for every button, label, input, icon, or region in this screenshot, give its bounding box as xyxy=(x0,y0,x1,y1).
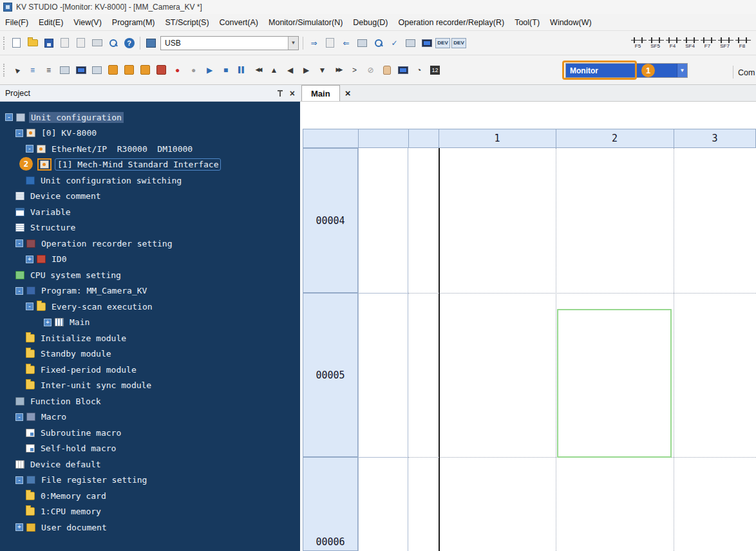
mnemonic-list-button[interactable]: ≡ xyxy=(41,63,56,77)
pause-button[interactable]: ▌▌ xyxy=(234,63,249,77)
monitor-window-button[interactable] xyxy=(395,63,410,77)
tree-item-initialize-module[interactable]: Initialize module xyxy=(0,330,300,346)
record-stop-button[interactable]: ● xyxy=(186,63,201,77)
tab-main[interactable]: Main xyxy=(301,85,340,101)
simulator-button[interactable] xyxy=(419,36,434,50)
skip-to-end-button[interactable]: ▶▶ xyxy=(331,63,346,77)
step-down-button[interactable]: ▼ xyxy=(315,63,330,77)
stop-button[interactable]: ■ xyxy=(218,63,233,77)
contact-f5-button[interactable]: F5 xyxy=(630,34,646,52)
rung-number-00004[interactable]: 00004 xyxy=(303,148,358,293)
tree-item-ethernet-ip[interactable]: - EtherNet/IP R30000 DM10000 xyxy=(0,141,300,157)
contact-sf4-button[interactable]: SF4 xyxy=(682,34,698,52)
record-button[interactable]: ● xyxy=(170,63,185,77)
menu-item-operation-recorder[interactable]: Operation recorder/Replay(R) xyxy=(393,18,510,27)
disable-button[interactable]: ⊘ xyxy=(363,63,378,77)
rung-number-00005[interactable]: 00005 xyxy=(303,293,358,457)
tree-item-device-comment[interactable]: Device comment xyxy=(0,189,300,205)
skip-to-start-button[interactable]: ◀◀ xyxy=(250,63,265,77)
dev-monitor-button-2[interactable]: DEV xyxy=(451,36,466,50)
coil-f7-button[interactable]: F7 xyxy=(699,34,715,52)
library-button[interactable] xyxy=(144,36,158,50)
open-project-button[interactable] xyxy=(25,36,40,50)
instruction-list-button[interactable]: ≡ xyxy=(25,63,40,77)
tree-item-id0[interactable]: + ID0 xyxy=(0,252,300,268)
verify-button[interactable] xyxy=(355,36,370,50)
rung-number-00006[interactable]: 00006 xyxy=(303,457,358,551)
tree-item-main[interactable]: + Main xyxy=(0,315,300,331)
pin-icon[interactable] xyxy=(277,89,283,97)
tree-item-cpu-system-setting[interactable]: CPU system setting xyxy=(0,267,300,283)
menu-item-window[interactable]: Window(W) xyxy=(545,18,597,27)
select-mode-button[interactable]: ▲ xyxy=(9,63,24,77)
menu-item-edit[interactable]: Edit(E) xyxy=(33,18,68,27)
menu-item-view[interactable]: View(V) xyxy=(68,18,107,27)
expand-marker[interactable]: + xyxy=(15,523,23,531)
close-tab-button[interactable]: × xyxy=(340,85,356,101)
expand-marker[interactable]: + xyxy=(44,319,52,326)
replay-button[interactable] xyxy=(122,63,137,77)
tree-item-memory-card[interactable]: 0:Memory card xyxy=(0,488,300,504)
tree-item-standby-module[interactable]: Standby module xyxy=(0,346,300,362)
tree-item-structure[interactable]: Structure xyxy=(0,220,300,236)
toolbar-grip[interactable] xyxy=(3,64,6,77)
tree-item-user-document[interactable]: + User document xyxy=(0,519,300,536)
tree-item-cpu-memory[interactable]: 1:CPU memory xyxy=(0,504,300,520)
print-preview-button[interactable] xyxy=(73,36,88,50)
menu-item-st-script[interactable]: ST/Script(S) xyxy=(160,18,214,27)
tree-item-device-default[interactable]: Device default xyxy=(0,456,300,472)
new-file-button[interactable] xyxy=(9,36,24,50)
tree-item-unit-config-switching[interactable]: Unit configuration switching xyxy=(0,173,300,189)
ladder-editor[interactable]: 1 2 3 00004 00005 00006 xyxy=(300,102,756,551)
connection-combo[interactable]: USB ▼ xyxy=(160,36,299,50)
collapse-marker[interactable]: - xyxy=(15,239,23,247)
search-button[interactable] xyxy=(106,36,120,50)
watch-window-button[interactable] xyxy=(90,63,104,77)
read-from-plc-button[interactable]: ⇐ xyxy=(339,36,354,50)
help-button[interactable]: ? xyxy=(122,36,137,50)
coil-sf7-button[interactable]: SF7 xyxy=(717,34,733,52)
contact-f4-button[interactable]: F4 xyxy=(665,34,681,52)
tree-item-fixed-period-module[interactable]: Fixed-period module xyxy=(0,362,300,378)
step-run-button[interactable]: > xyxy=(347,63,362,77)
toolbar-grip[interactable] xyxy=(3,37,6,50)
menu-item-debug[interactable]: Debug(D) xyxy=(348,18,393,27)
menu-item-tool[interactable]: Tool(T) xyxy=(509,18,545,27)
unit-monitor-button[interactable] xyxy=(73,63,88,77)
save-as-button[interactable] xyxy=(57,36,72,50)
menu-item-monitor-simulator[interactable]: Monitor/Simulator(N) xyxy=(263,18,348,27)
tree-item-mech-mind-interface[interactable]: [1] Mech-Mind Standard Interface xyxy=(0,157,300,173)
step-up-button[interactable]: ▲ xyxy=(267,63,281,77)
chevron-down-icon[interactable]: ▼ xyxy=(677,64,687,77)
collapse-marker[interactable]: - xyxy=(15,476,23,484)
function-f8-button[interactable]: F8 xyxy=(734,34,750,52)
collapse-marker[interactable]: - xyxy=(15,287,23,295)
dev-monitor-button-1[interactable]: DEV xyxy=(435,36,450,50)
unit-editor-button[interactable] xyxy=(403,36,418,50)
error-monitor-button[interactable] xyxy=(154,63,169,77)
play-button[interactable]: ▶ xyxy=(202,63,217,77)
expand-marker[interactable]: + xyxy=(26,256,33,263)
unit-check-button[interactable]: ✓ xyxy=(387,36,402,50)
tree-item-function-block[interactable]: Function Block xyxy=(0,393,300,409)
pause-hand-button[interactable] xyxy=(379,63,394,77)
collapse-marker[interactable]: - xyxy=(5,113,13,121)
tree-item-variable[interactable]: Variable xyxy=(0,204,300,220)
registration-monitor-button[interactable]: 12 xyxy=(428,63,442,77)
time-chart-button[interactable] xyxy=(138,63,153,77)
transfer-monitor-button[interactable] xyxy=(323,36,337,50)
tree-item-inter-unit-sync-module[interactable]: Inter-unit sync module xyxy=(0,378,300,394)
chevron-down-icon[interactable]: ▼ xyxy=(288,37,298,50)
device-search-button[interactable] xyxy=(371,36,386,50)
collapse-marker[interactable]: - xyxy=(26,145,33,153)
save-button[interactable] xyxy=(41,36,56,50)
tree-item-program[interactable]: - Program: MM_Camera_KV xyxy=(0,283,300,299)
menu-item-program[interactable]: Program(M) xyxy=(107,18,160,27)
operation-recorder-button[interactable] xyxy=(106,63,120,77)
step-forward-button[interactable]: ▶ xyxy=(299,63,314,77)
contact-sf5-button[interactable]: SF5 xyxy=(647,34,663,52)
menu-item-file[interactable]: File(F) xyxy=(0,18,33,27)
timer-button[interactable]: ◔ xyxy=(411,63,426,77)
collapse-marker[interactable]: - xyxy=(15,413,23,421)
tree-item-macro[interactable]: - Macro xyxy=(0,409,300,425)
